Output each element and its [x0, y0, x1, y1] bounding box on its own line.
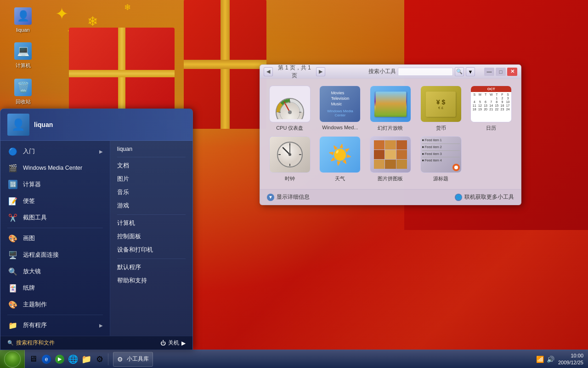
gadget-win-controls: — □ ✕: [484, 68, 517, 76]
right-games-label: 游戏: [117, 202, 129, 210]
menu-item-solitaire[interactable]: 🃏 纸牌: [0, 280, 110, 296]
media-center-icon: Movies Television Music Windows Media Ce…: [319, 86, 361, 122]
menu-item-all-programs[interactable]: 📁 所有程序 ▶: [0, 317, 110, 334]
slideshow-label: 幻灯片放映: [378, 125, 403, 132]
currency-icon: ¥ $ € £: [420, 86, 462, 122]
menu-item-paint[interactable]: 🎨 画图: [0, 230, 110, 247]
right-computer-label: 计算机: [117, 219, 135, 227]
right-item-music[interactable]: 音乐: [110, 186, 192, 199]
ql-ie[interactable]: e: [40, 353, 52, 365]
rdp-icon: 🖥️: [7, 249, 18, 260]
gadget-search-dropdown[interactable]: ▼: [466, 67, 475, 76]
right-item-control[interactable]: 控制面板: [110, 230, 192, 243]
gadget-item-clock[interactable]: 时钟: [267, 136, 313, 182]
gadget-item-calendar[interactable]: OCT SMTWTFS 123 45678910 11121314151617 …: [468, 86, 514, 132]
right-item-computer[interactable]: 计算机: [110, 217, 192, 230]
feed-label: 源标题: [433, 175, 448, 182]
start-menu-left: 🔵 入门 ▶ 🎬 Windows Media Center 🔢 计算器 📝: [0, 141, 110, 336]
volume-tray-icon[interactable]: 🔊: [547, 356, 554, 363]
gadget-item-puzzle[interactable]: 图片拼图板: [368, 136, 413, 182]
paint-label: 画图: [23, 235, 35, 242]
right-item-defaults[interactable]: 默认程序: [110, 261, 192, 274]
all-programs-label: 所有程序: [23, 322, 47, 329]
slideshow-icon: [370, 86, 411, 122]
ql-explorer[interactable]: 📁: [80, 353, 92, 365]
show-details-label: 显示详细信息: [277, 193, 310, 201]
gadget-item-media[interactable]: Movies Television Music Windows Media Ce…: [317, 86, 363, 132]
right-item-devices[interactable]: 设备和打印机: [110, 243, 192, 257]
gadget-item-slideshow[interactable]: 幻灯片放映: [368, 86, 413, 132]
ql-desktop[interactable]: 🖥: [27, 353, 39, 365]
taskbar-gadget-item[interactable]: ⚙ 小工具库: [113, 352, 153, 367]
menu-item-stickynotes[interactable]: 📝 便签: [0, 193, 110, 209]
get-more-btn[interactable]: 🌐 联机获取更多小工具: [455, 193, 514, 201]
right-item-documents[interactable]: 文档: [110, 159, 192, 172]
intro-label: 入门: [23, 148, 35, 155]
network-tray-icon[interactable]: 📶: [536, 356, 544, 363]
gadget-nav-next[interactable]: ▶: [316, 67, 325, 76]
show-details-btn[interactable]: ▼ 显示详细信息: [267, 193, 310, 201]
calc-label: 计算器: [23, 181, 41, 189]
start-button[interactable]: [0, 350, 25, 368]
right-control-label: 控制面板: [117, 233, 141, 241]
system-clock[interactable]: 10:00 2009/12/25: [558, 352, 583, 366]
menu-item-rdp[interactable]: 🖥️ 远程桌面连接: [0, 247, 110, 263]
start-orb: [4, 351, 21, 368]
right-divider-2: [117, 214, 186, 215]
start-menu-footer: 🔍 搜索程序和文件 ⏻ 关机 ▶: [0, 336, 192, 350]
clock-time: 10:00: [558, 352, 583, 359]
stickynotes-icon: 📝: [7, 196, 18, 207]
gadget-minimize[interactable]: —: [484, 68, 494, 76]
get-more-label: 联机获取更多小工具: [464, 193, 514, 201]
gadget-task-label: 小工具库: [127, 355, 149, 363]
all-programs-arrow: ▶: [99, 323, 103, 328]
menu-item-snip[interactable]: ✂️ 截图工具: [0, 209, 110, 226]
user-avatar: 👤: [7, 114, 29, 136]
gadget-search-input[interactable]: [398, 68, 453, 76]
gadget-search-area: 搜索小工具 🔍 ▼: [368, 67, 475, 76]
start-menu-right: liquan 文档 图片 音乐 游戏 计算机: [110, 141, 192, 336]
icon-computer[interactable]: 💻 计算机: [7, 42, 39, 69]
magnifier-icon: 🔍: [7, 266, 18, 277]
menu-item-wmc[interactable]: 🎬 Windows Media Center: [0, 160, 110, 176]
menu-item-magnifier[interactable]: 🔍 放大镜: [0, 263, 110, 280]
menu-item-theme[interactable]: 🎨 主题制作: [0, 296, 110, 313]
gadget-maximize[interactable]: □: [496, 68, 506, 76]
cpu-gauge-label: CPU 仪表盘: [276, 125, 303, 132]
gadget-item-cpu[interactable]: CPU 仪表盘: [267, 86, 313, 132]
taskbar-right: 📶 🔊 10:00 2009/12/25: [531, 352, 588, 366]
right-item-help[interactable]: 帮助和支持: [110, 274, 192, 288]
right-item-games[interactable]: 游戏: [110, 199, 192, 213]
ql-network[interactable]: 🌐: [67, 353, 79, 365]
start-menu-header: 👤 liquan: [0, 109, 192, 141]
menu-item-calc[interactable]: 🔢 计算器: [0, 176, 110, 193]
icon-recycle[interactable]: 🗑️ 回收站: [7, 78, 39, 105]
media-center-label: Windows Med...: [322, 125, 358, 130]
right-item-username[interactable]: liquan: [110, 143, 192, 155]
ql-gadget[interactable]: ⚙: [94, 353, 106, 365]
clock-date: 2009/12/25: [558, 359, 583, 366]
gift-box-1: [69, 28, 175, 120]
shutdown-button[interactable]: ⏻ 关机 ▶: [160, 339, 186, 347]
right-divider-3: [117, 259, 186, 259]
intro-arrow: ▶: [99, 149, 103, 154]
recycle-icon-img: 🗑️: [14, 78, 32, 97]
paint-icon: 🎨: [7, 233, 18, 244]
snip-label: 截图工具: [23, 214, 47, 222]
gadget-item-currency[interactable]: ¥ $ € £ 货币: [418, 86, 464, 132]
gadget-nav-prev[interactable]: ◀: [264, 67, 273, 76]
right-item-pictures[interactable]: 图片: [110, 172, 192, 186]
gadget-titlebar: ◀ 第 1 页，共 1 页 ▶ 搜索小工具 🔍 ▼ — □ ✕: [260, 65, 521, 79]
gadget-item-feed[interactable]: ■ Feed item 1 ■ Feed item 2 ■ Feed item …: [418, 136, 464, 182]
gadget-item-weather[interactable]: ☀️ 天气: [317, 136, 363, 182]
gadget-search-button[interactable]: 🔍: [455, 67, 464, 76]
menu-item-intro[interactable]: 🔵 入门 ▶: [0, 143, 110, 160]
liquan-icon-img: 👤: [14, 7, 32, 25]
gadget-close[interactable]: ✕: [507, 68, 517, 76]
weather-label: 天气: [335, 175, 345, 182]
desktop: ✦ ❄ ✦ ❄ ✦ 👤 liquan 💻 计算机 🗑️: [0, 0, 588, 368]
ql-media[interactable]: ▶: [54, 353, 66, 365]
gadget-window: ◀ 第 1 页，共 1 页 ▶ 搜索小工具 🔍 ▼ — □ ✕: [260, 64, 521, 205]
icon-liquan[interactable]: 👤 liquan: [7, 7, 39, 33]
recycle-icon-label: 回收站: [16, 98, 31, 105]
